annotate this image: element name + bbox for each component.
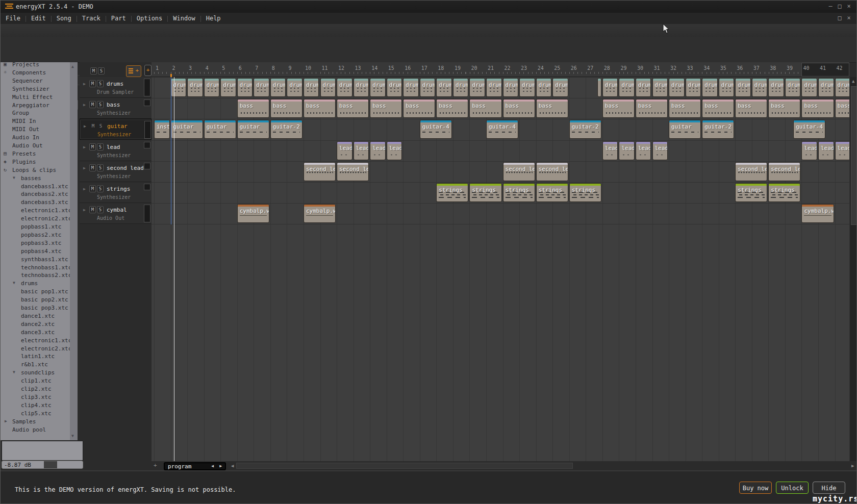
close-button[interactable]: × [844,3,853,10]
clip-drums[interactable]: drums [503,78,519,97]
track-row-lead[interactable]: ▶MSleadSynthesizer [80,140,152,161]
menu-edit[interactable]: Edit [26,13,51,24]
tree-item-dance2-xtc[interactable]: dance2.xtc [1,320,70,329]
clip-drums[interactable]: drums [420,78,436,97]
clip-lead[interactable]: lead [337,141,352,160]
tree-item-synthesizer[interactable]: Synthesizer [1,85,70,93]
track-row-guitar[interactable]: ▶MSguitarSynthesizer [80,119,152,140]
clip-strings[interactable]: strings [536,183,568,202]
clip-guitar-4[interactable]: guitar-4 [793,120,825,139]
solo-button[interactable]: S [97,206,104,213]
tree-item-audio-pool[interactable]: Audio pool [1,426,70,434]
clip-drums[interactable]: drums [370,78,386,97]
tree-item-multi-effect[interactable]: Multi Effect [1,93,70,102]
clip-bass[interactable]: bass [735,99,767,118]
clip-drums[interactable]: drums [519,78,535,97]
clip-guitar[interactable]: guitar [204,120,236,139]
clip-cymbalp-wa[interactable]: cymbalp.wa [801,204,834,223]
child-close-button[interactable]: × [844,14,853,21]
clip-guitar-2[interactable]: guitar-2 [270,120,303,139]
tree-item-basic-pop3-xtc[interactable]: basic pop3.xtc [1,304,70,312]
volume-slider[interactable]: -8.87 dB [2,461,83,469]
next-program-icon[interactable]: ▶ [219,464,222,468]
solo-button[interactable]: S [97,185,104,192]
clip-bass[interactable]: bass [636,99,668,118]
clip-drums[interactable]: drums [536,78,552,97]
tree-item-clip5-xtc[interactable]: clip5.xtc [1,410,70,418]
clip-drums[interactable]: drums [719,78,735,97]
tree-item-latin1-xtc[interactable]: latin1.xtc [1,352,70,361]
clip-drums[interactable]: drums [220,78,236,97]
tree-item-presets[interactable]: ▤Presets [1,150,70,158]
buy-now-button[interactable]: Buy now [739,482,772,494]
clip-drums[interactable]: drums [469,78,485,97]
clip-lead[interactable]: lead [835,141,849,160]
clip-second-lead[interactable]: second lead [503,162,535,181]
clip-lead[interactable]: lead [354,141,369,160]
clip-bass[interactable]: bass [436,99,468,118]
menu-options[interactable]: Options [132,13,168,24]
tree-item-popbass1-xtc[interactable]: popbass1.xtc [1,223,70,231]
tree-item-electronic2-xtc[interactable]: electronic2.xtc [1,215,70,223]
clip-lead[interactable]: lead [602,141,618,160]
collapse-icon[interactable]: ▼ [13,175,15,180]
clip-drums[interactable]: drums [702,78,718,97]
expand-icon[interactable]: ▶ [83,166,86,170]
clip-drums[interactable]: drums [752,78,768,97]
solo-button[interactable]: S [97,122,104,130]
clip-guitar-4[interactable]: guitar-4 [420,120,452,139]
clip-bass[interactable]: bass [536,99,568,118]
tree-item-electronic1-xtc[interactable]: electronic1.xtc [1,337,70,345]
tree-item-basic-pop2-xtc[interactable]: basic pop2.xtc [1,296,70,304]
clip-drums[interactable]: drums [304,78,319,97]
clip-guitar-2[interactable]: guitar-2 [702,120,734,139]
tree-item-electronic1-xtc[interactable]: electronic1.xtc [1,207,70,215]
tree-item-dancebass1-xtc[interactable]: dancebass1.xtc [1,183,70,191]
track-add-menu-button[interactable]: + [126,65,141,77]
menu-window[interactable]: Window [168,13,200,24]
unlock-button[interactable]: Unlock [776,482,809,494]
clip-drums[interactable]: drums [287,78,303,97]
expand-icon[interactable]: ▶ [83,103,86,107]
scroll-up-icon[interactable]: ▲ [71,64,74,69]
tree-item-midi-out[interactable]: MIDI Out [1,125,70,134]
clip-lead[interactable]: lead [636,141,651,160]
clip-drums[interactable]: drums [486,78,502,97]
tree-item-plugins[interactable]: ◈Plugins [1,158,70,166]
tree-item-midi-in[interactable]: MIDI In [1,117,70,125]
scroll-up-icon[interactable]: ▲ [852,79,854,84]
clip-lead[interactable]: lead [387,141,402,160]
browser-scrollbar[interactable]: ▲ ▼ [70,62,78,440]
clip-guitar[interactable]: guitar [171,120,203,139]
tree-item-dance3-xtc[interactable]: dance3.xtc [1,329,70,337]
menu-help[interactable]: Help [201,13,226,24]
tree-item-clip1-xtc[interactable]: clip1.xtc [1,377,70,385]
track-row-drums[interactable]: ▶MSdrumsDrum Sampler [80,77,152,98]
clip-drums[interactable]: drums [354,78,369,97]
tree-item-popbass2-xtc[interactable]: popbass2.xtc [1,231,70,239]
clip-bass[interactable]: bass [669,99,701,118]
solo-button[interactable]: S [97,164,104,171]
hide-button[interactable]: Hide [813,482,845,494]
clip-drums[interactable]: drums [669,78,685,97]
menu-part[interactable]: Part [106,13,131,24]
clip-bass[interactable]: bass [304,99,336,118]
mute-button[interactable]: M [89,164,96,171]
clip-cymbalp-wa[interactable]: cymbalp.wa [304,204,336,223]
clip-drums[interactable]: drums [552,78,568,97]
clip-bass[interactable]: bass [702,99,734,118]
clip-drums[interactable]: drums [602,78,618,97]
clip-strings[interactable]: strings [469,183,501,202]
clip-strings[interactable]: strings [503,183,535,202]
clip-drums[interactable]: drums [636,78,651,97]
arrange-vscrollbar[interactable]: ▲ [849,77,857,461]
clip-bass[interactable]: bass [503,99,535,118]
tree-item-synthbass1-xtc[interactable]: synthbass1.xtc [1,256,70,264]
tree-item-dancebass2-xtc[interactable]: dancebass2.xtc [1,190,70,198]
mute-button[interactable]: M [89,206,96,213]
clip-strings[interactable]: strings [436,183,468,202]
tree-item-basic-pop1-xtc[interactable]: basic pop1.xtc [1,288,70,296]
tree-item-sequencer[interactable]: Sequencer [1,77,70,85]
tree-item-projects[interactable]: ▣Projects [1,62,70,69]
tree-item-group[interactable]: Group [1,109,70,117]
